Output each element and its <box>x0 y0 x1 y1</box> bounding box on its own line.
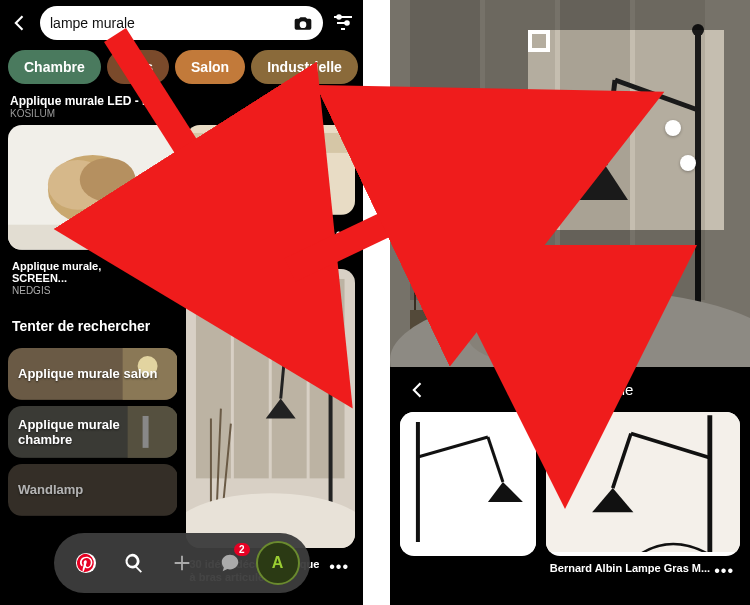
chip-bois[interactable]: Bois <box>107 50 169 84</box>
svg-point-0 <box>337 15 341 19</box>
search-button[interactable] <box>112 541 156 585</box>
focus-dot[interactable] <box>680 155 696 171</box>
pin-card-meta: Applique murale / appliqu... Etsy ••• <box>186 221 356 263</box>
crop-selection[interactable] <box>528 30 724 230</box>
visual-search-results: Bernard Albin Lampe Gras M... ••• <box>400 412 740 582</box>
top-pin-title: Applique murale LED - D <box>10 94 151 108</box>
visual-search-image[interactable] <box>390 0 750 370</box>
search-bar-row <box>0 0 363 46</box>
svg-rect-22 <box>271 279 306 478</box>
chip-chambre[interactable]: Chambre <box>8 50 101 84</box>
visual-search-sheet: Recherche visuelle <box>390 367 750 605</box>
create-button[interactable] <box>160 541 204 585</box>
vs-result-meta: Bernard Albin Lampe Gras M... ••• <box>546 556 740 582</box>
pin-card-meta: Applique murale, SCREEN... NEDGIS ••• <box>8 256 178 298</box>
chip-salon[interactable]: Salon <box>175 50 245 84</box>
pin-author: NEDGIS <box>12 285 148 296</box>
pin-card[interactable] <box>186 125 356 215</box>
pin-grid: Applique murale, SCREEN... NEDGIS ••• Te… <box>0 125 363 585</box>
svg-rect-20 <box>195 279 230 478</box>
focus-dot[interactable] <box>665 120 681 136</box>
pin-author: Etsy <box>190 250 326 261</box>
search-suggestion[interactable]: Wandlamp <box>8 464 178 516</box>
home-button[interactable] <box>64 541 108 585</box>
top-pin-meta: Applique murale LED - D KOSILUM ••• <box>0 94 363 125</box>
filter-button[interactable] <box>331 11 355 35</box>
search-screen: Chambre Bois Salon Industrielle Diy Appl… <box>0 0 363 605</box>
suggestion-label: Wandlamp <box>18 482 83 497</box>
search-suggestion[interactable]: Applique murale chambre <box>8 406 178 458</box>
svg-rect-15 <box>186 133 356 153</box>
messages-badge: 2 <box>234 543 250 556</box>
svg-rect-18 <box>295 155 311 195</box>
visual-search-screen: Recherche visuelle <box>390 0 750 605</box>
svg-point-6 <box>80 158 136 202</box>
svg-rect-16 <box>235 155 251 195</box>
grid-col-left: Applique murale, SCREEN... NEDGIS ••• Te… <box>8 125 178 585</box>
svg-rect-41 <box>400 412 536 552</box>
vs-result-card[interactable]: Bernard Albin Lampe Gras M... ••• <box>546 412 740 582</box>
search-field-container[interactable] <box>40 6 323 40</box>
chip-industrielle[interactable]: Industrielle <box>251 50 358 84</box>
svg-point-1 <box>345 21 349 25</box>
svg-rect-3 <box>8 225 178 250</box>
try-search-heading: Tenter de rechercher <box>8 304 178 342</box>
pin-title: Applique murale, SCREEN... <box>12 260 148 285</box>
profile-button[interactable]: A <box>256 541 300 585</box>
svg-rect-23 <box>309 279 344 478</box>
grid-col-right: Applique murale / appliqu... Etsy ••• <box>186 125 356 585</box>
crop-handle-br[interactable] <box>528 30 550 52</box>
avatar-initial: A <box>272 554 284 572</box>
suggestion-label: Applique murale chambre <box>18 417 168 447</box>
pin-card-articulated-lamp[interactable] <box>186 269 356 548</box>
more-icon[interactable]: ••• <box>152 260 174 278</box>
more-icon[interactable]: ••• <box>714 562 736 580</box>
search-input[interactable] <box>50 15 287 31</box>
messages-button[interactable]: 2 <box>208 541 252 585</box>
search-suggestion[interactable]: Applique murale salon <box>8 348 178 400</box>
visual-search-title: Recherche visuelle <box>507 381 634 398</box>
more-icon[interactable]: ••• <box>331 94 353 112</box>
camera-icon[interactable] <box>293 13 313 33</box>
suggestion-label: Applique murale salon <box>18 366 157 381</box>
top-pin-author: KOSILUM <box>10 108 151 119</box>
vs-back-button[interactable] <box>408 380 428 400</box>
more-icon[interactable]: ••• <box>329 558 351 576</box>
bottom-nav: 2 A <box>54 533 310 593</box>
svg-rect-21 <box>233 279 268 478</box>
vs-result-card[interactable] <box>400 412 536 582</box>
visual-search-header: Recherche visuelle <box>400 381 740 398</box>
pin-title: Applique murale / appliqu... <box>190 225 326 250</box>
more-icon[interactable]: ••• <box>329 225 351 243</box>
svg-rect-17 <box>265 155 281 195</box>
vs-result-title: Bernard Albin Lampe Gras M... <box>550 562 710 580</box>
pin-card[interactable] <box>8 125 178 250</box>
back-button[interactable] <box>8 11 32 35</box>
filter-chips: Chambre Bois Salon Industrielle Diy <box>0 46 363 94</box>
